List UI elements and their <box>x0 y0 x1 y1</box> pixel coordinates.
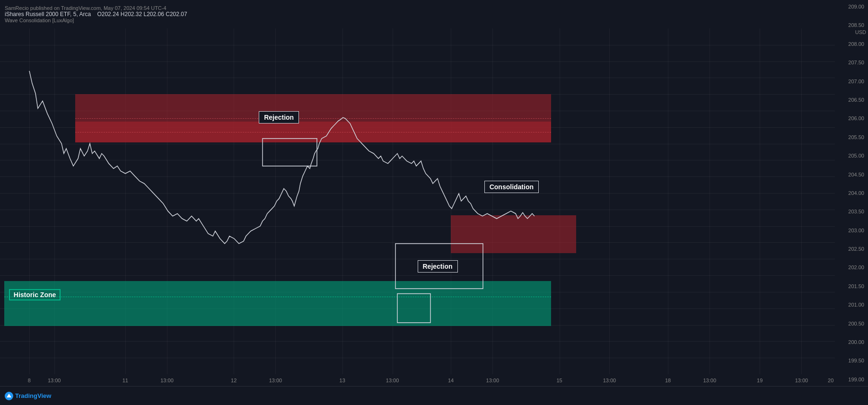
ohlc-text: O202.24 H202.32 L202.06 C202.07 <box>97 11 187 18</box>
time-label-18: 18 <box>665 378 671 383</box>
price-label: 206.00 <box>835 115 866 121</box>
price-label: 199.50 <box>835 358 866 363</box>
rejection-annotation-2: Rejection <box>418 260 458 273</box>
bottom-bar: TradingView <box>0 386 868 405</box>
price-label: 204.00 <box>835 190 866 196</box>
price-label: 203.00 <box>835 228 866 233</box>
price-axis: 209.00 208.50 208.00 207.50 207.00 206.5… <box>835 0 868 386</box>
time-label-1300-2: 13:00 <box>160 378 174 383</box>
tv-logo-text: TradingView <box>15 392 51 399</box>
rejection-box-2 <box>397 294 430 323</box>
price-label: 209.00 <box>835 4 866 9</box>
price-label: 202.50 <box>835 246 866 252</box>
price-label: 206.50 <box>835 97 866 103</box>
time-label-1300-7: 13:00 <box>703 378 716 383</box>
price-label: 199.00 <box>835 377 866 382</box>
price-label: 205.50 <box>835 134 866 140</box>
rejection-annotation-1: Rejection <box>259 111 299 123</box>
time-label-14: 14 <box>448 378 454 383</box>
currency-label: USD <box>855 29 866 35</box>
price-label: 202.00 <box>835 264 866 270</box>
chart-area: Historic Zone Rejection Consolidation <box>0 28 835 374</box>
consolidation-annotation: Consolidation <box>484 181 539 193</box>
time-label-12: 12 <box>231 378 237 383</box>
price-chart-svg <box>0 28 835 374</box>
time-label-20: 20 <box>828 378 833 383</box>
price-label: 204.50 <box>835 172 866 177</box>
price-label: 208.50 <box>835 22 866 28</box>
rejection-box-1 <box>263 139 317 166</box>
price-label: 203.50 <box>835 209 866 214</box>
time-label-13: 13 <box>340 378 345 383</box>
time-label-8: 8 <box>28 378 31 383</box>
symbol-text: iShares Russell 2000 ETF, 5, Arca <box>5 11 91 18</box>
price-label: 208.00 <box>835 41 866 47</box>
time-axis: 8 13:00 11 13:00 12 13:00 13 13:00 14 13… <box>0 374 835 386</box>
price-label: 201.50 <box>835 283 866 289</box>
time-label-1300-6: 13:00 <box>603 378 616 383</box>
time-label-15: 15 <box>556 378 562 383</box>
indicator-line: Wave Consolidation [LuxAlgo] <box>5 18 868 23</box>
price-label: 207.00 <box>835 79 866 84</box>
price-label: 201.00 <box>835 302 866 308</box>
price-label: 207.50 <box>835 60 866 65</box>
chart-container: SamRecio published on TradingView.com, M… <box>0 0 868 405</box>
time-label-1300-3: 13:00 <box>269 378 282 383</box>
time-label-19: 19 <box>757 378 763 383</box>
time-label-1300-8: 13:00 <box>795 378 808 383</box>
top-bar: SamRecio published on TradingView.com, M… <box>0 0 868 28</box>
time-label-1300-5: 13:00 <box>486 378 500 383</box>
publisher-line: SamRecio published on TradingView.com, M… <box>5 5 868 11</box>
price-label: 205.00 <box>835 153 866 158</box>
price-label: 200.00 <box>835 339 866 345</box>
tradingview-logo: TradingView <box>5 392 51 400</box>
time-label-1300-4: 13:00 <box>386 378 399 383</box>
price-label: 200.50 <box>835 321 866 326</box>
symbol-line: iShares Russell 2000 ETF, 5, Arca O202.2… <box>5 11 868 18</box>
tv-logo-icon <box>5 392 13 400</box>
price-line <box>29 71 535 244</box>
time-label-11: 11 <box>123 378 128 383</box>
time-label-1300-1: 13:00 <box>48 378 61 383</box>
